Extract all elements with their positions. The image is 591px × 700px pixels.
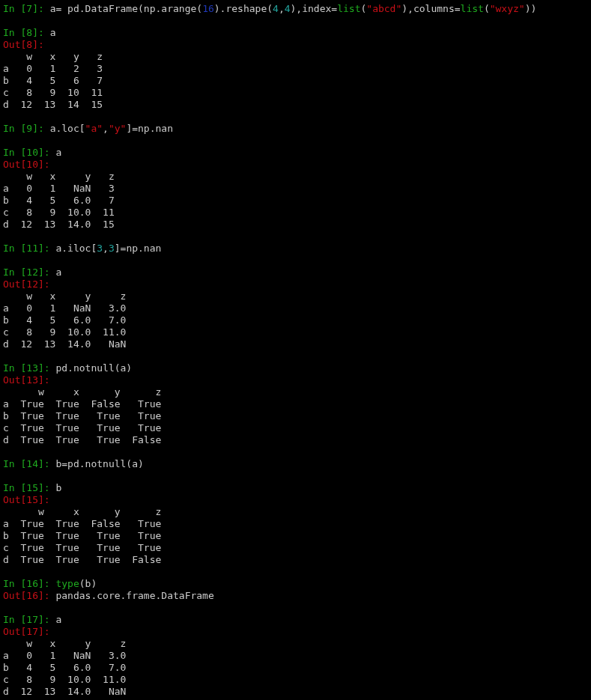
out-15: Out[15]:	[3, 494, 588, 506]
out-prompt: Out[12]:	[3, 279, 50, 290]
code: ]=np.nan	[115, 243, 162, 254]
code: a	[55, 147, 61, 158]
df-row: b 4 5 6.0 7.0	[3, 314, 588, 326]
code: pd.notnull(a)	[55, 362, 132, 374]
code: b=pd.notnull(a)	[55, 458, 143, 469]
code: ,	[279, 3, 285, 14]
num: 3	[109, 243, 115, 254]
df-row: b 4 5 6.0 7.0	[3, 662, 588, 674]
df-header: w x y z	[3, 290, 588, 302]
out-10: Out[10]:	[3, 159, 588, 171]
code: b	[55, 482, 61, 493]
blank-line	[3, 231, 588, 243]
blank-line	[3, 350, 588, 362]
code: a	[55, 267, 61, 278]
df-row: d 12 13 14.0 NaN	[3, 686, 588, 698]
in-prompt: In [10]:	[3, 147, 55, 158]
df-header: w x y z	[3, 638, 588, 650]
df-row: d 12 13 14 15	[3, 99, 588, 111]
code: ).reshape(	[214, 3, 273, 14]
df-row: a 0 1 NaN 3.0	[3, 650, 588, 662]
df-row: d True True True False	[3, 434, 588, 446]
blank-line	[3, 255, 588, 267]
out-prompt: Out[15]:	[3, 494, 50, 505]
code: (	[484, 3, 490, 14]
out-17: Out[17]:	[3, 626, 588, 638]
in-10[interactable]: In [10]: a	[3, 147, 588, 159]
num: 4	[285, 3, 291, 14]
str: "y"	[109, 123, 126, 134]
in-13[interactable]: In [13]: pd.notnull(a)	[3, 362, 588, 374]
df-row: c 8 9 10.0 11	[3, 207, 588, 219]
in-prompt: In [8]:	[3, 27, 50, 38]
df-row: a 0 1 NaN 3.0	[3, 302, 588, 314]
df-row: c 8 9 10 11	[3, 87, 588, 99]
out-8: Out[8]:	[3, 39, 588, 51]
in-8[interactable]: In [8]: a	[3, 27, 588, 39]
df-row: d True True True False	[3, 554, 588, 566]
code: ),columns=	[401, 3, 460, 14]
out-prompt: Out[10]:	[3, 159, 50, 170]
code: ]=np.nan	[126, 123, 173, 134]
in-prompt: In [14]:	[3, 458, 55, 469]
df-header: w x y z	[3, 171, 588, 183]
blank-line	[3, 470, 588, 482]
df-row: b 4 5 6.0 7	[3, 195, 588, 207]
in-12[interactable]: In [12]: a	[3, 267, 588, 279]
code: a	[50, 27, 56, 38]
blank-line	[3, 135, 588, 147]
in-15[interactable]: In [15]: b	[3, 482, 588, 494]
code: a.iloc[	[55, 243, 97, 254]
in-11[interactable]: In [11]: a.iloc[3,3]=np.nan	[3, 243, 588, 255]
str: "abcd"	[366, 3, 401, 14]
df-header: w x y z	[3, 506, 588, 518]
in-prompt: In [7]:	[3, 3, 50, 14]
out-13: Out[13]:	[3, 374, 588, 386]
code: a.loc[	[50, 123, 85, 134]
blank-line	[3, 566, 588, 578]
df-row: b 4 5 6 7	[3, 75, 588, 87]
df-row: a 0 1 NaN 3	[3, 183, 588, 195]
out-16: Out[16]: pandas.core.frame.DataFrame	[3, 590, 588, 602]
df-row: c True True True True	[3, 422, 588, 434]
out-12: Out[12]:	[3, 279, 588, 290]
df-row: a True True False True	[3, 518, 588, 530]
df-row: c 8 9 10.0 11.0	[3, 326, 588, 338]
df-row: c True True True True	[3, 542, 588, 554]
code: ,	[103, 243, 109, 254]
df-row: a True True False True	[3, 398, 588, 410]
df-header: w x y z	[3, 51, 588, 63]
blank-line	[3, 15, 588, 27]
kw: list	[337, 3, 360, 14]
in-prompt: In [17]:	[3, 614, 55, 625]
blank-line	[3, 111, 588, 123]
in-16[interactable]: In [16]: type(b)	[3, 578, 588, 590]
out-value: pandas.core.frame.DataFrame	[55, 590, 213, 601]
code: ))	[525, 3, 537, 14]
df-row: d 12 13 14.0 NaN	[3, 338, 588, 350]
blank-line	[3, 602, 588, 614]
in-17[interactable]: In [17]: a	[3, 614, 588, 626]
code: ),index=	[291, 3, 338, 14]
df-row: a 0 1 2 3	[3, 63, 588, 75]
num: 3	[97, 243, 103, 254]
in-7[interactable]: In [7]: a= pd.DataFrame(np.arange(16).re…	[3, 3, 588, 15]
in-prompt: In [13]:	[3, 362, 55, 374]
str: "a"	[85, 123, 103, 134]
code: (b)	[79, 578, 97, 589]
in-9[interactable]: In [9]: a.loc["a","y"]=np.nan	[3, 123, 588, 135]
code: a	[55, 614, 61, 625]
num: 16	[202, 3, 214, 14]
out-prompt: Out[13]:	[3, 374, 50, 386]
str: "wxyz"	[490, 3, 525, 14]
in-prompt: In [15]:	[3, 482, 55, 493]
out-prompt: Out[17]:	[3, 626, 50, 637]
blank-line	[3, 446, 588, 458]
out-prompt: Out[16]:	[3, 590, 55, 601]
in-prompt: In [11]:	[3, 243, 55, 254]
kw: type	[55, 578, 79, 589]
code: ,	[103, 123, 109, 134]
df-row: b True True True True	[3, 410, 588, 422]
df-row: d 12 13 14.0 15	[3, 219, 588, 231]
in-14[interactable]: In [14]: b=pd.notnull(a)	[3, 458, 588, 470]
